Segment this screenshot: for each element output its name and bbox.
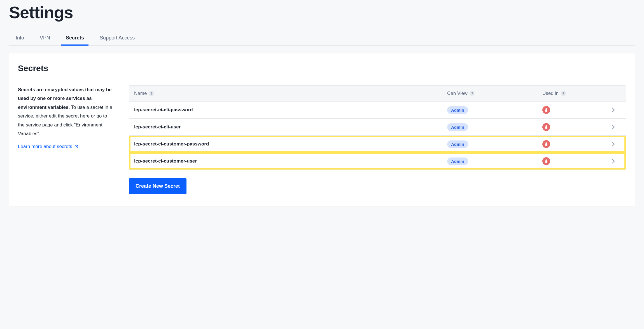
page-title: Settings	[9, 3, 635, 22]
chevron-right-icon	[610, 125, 615, 130]
svg-point-3	[545, 125, 547, 127]
table-header: Name ? Can View ? Used in ?	[129, 86, 626, 102]
secrets-sidebar: Secrets are encrypted values that may be…	[18, 85, 113, 149]
col-used-in-label: Used in	[542, 91, 559, 96]
tab-info[interactable]: Info	[15, 32, 25, 45]
svg-point-5	[545, 142, 547, 144]
chevron-right-icon	[610, 142, 615, 147]
svg-rect-4	[545, 127, 547, 129]
col-can-view: Can View ?	[447, 91, 542, 96]
table-row[interactable]: lcp-secret-ci-customer-password Admin	[129, 136, 626, 153]
can-view-badge: Admin	[447, 106, 468, 114]
ci-service-icon	[542, 157, 550, 165]
can-view-badge: Admin	[447, 158, 468, 165]
create-new-secret-button[interactable]: Create New Secret	[129, 178, 186, 194]
can-view-badge: Admin	[447, 140, 468, 148]
svg-line-0	[76, 145, 78, 147]
ci-service-icon	[542, 106, 550, 114]
tab-support-access[interactable]: Support Access	[99, 32, 136, 45]
secrets-panel: Secrets Secrets are encrypted values tha…	[9, 53, 635, 206]
external-link-icon	[74, 145, 78, 149]
section-title: Secrets	[18, 64, 626, 73]
secret-name: lcp-secret-ci-cli-password	[134, 107, 447, 113]
table-row[interactable]: lcp-secret-ci-cli-password Admin	[129, 102, 626, 119]
svg-rect-2	[545, 110, 547, 112]
learn-more-label: Learn more about secrets	[18, 144, 72, 149]
tab-vpn[interactable]: VPN	[39, 32, 51, 45]
ci-service-icon	[542, 140, 550, 148]
ci-service-icon	[542, 123, 550, 131]
svg-point-7	[545, 159, 547, 161]
col-name-label: Name	[134, 91, 147, 96]
secret-name: lcp-secret-ci-customer-user	[134, 158, 447, 164]
learn-more-link[interactable]: Learn more about secrets	[18, 144, 78, 149]
secrets-description: Secrets are encrypted values that may be…	[18, 85, 113, 138]
svg-rect-6	[545, 144, 547, 146]
col-name: Name ?	[134, 91, 447, 96]
help-icon[interactable]: ?	[470, 91, 475, 96]
can-view-badge: Admin	[447, 123, 468, 131]
tab-secrets[interactable]: Secrets	[65, 32, 85, 45]
col-can-view-label: Can View	[447, 91, 467, 96]
help-icon[interactable]: ?	[149, 91, 154, 96]
chevron-right-icon	[610, 159, 615, 164]
help-icon[interactable]: ?	[561, 91, 566, 96]
secret-name: lcp-secret-ci-cli-user	[134, 124, 447, 130]
table-row[interactable]: lcp-secret-ci-customer-user Admin	[129, 153, 626, 170]
col-used-in: Used in ?	[542, 91, 604, 96]
svg-point-1	[545, 108, 547, 110]
secrets-table: Name ? Can View ? Used in ?	[129, 85, 626, 170]
svg-rect-8	[545, 161, 547, 163]
secrets-table-container: Name ? Can View ? Used in ?	[129, 85, 626, 194]
tabs: Info VPN Secrets Support Access	[9, 32, 635, 46]
table-row[interactable]: lcp-secret-ci-cli-user Admin	[129, 119, 626, 136]
secret-name: lcp-secret-ci-customer-password	[134, 141, 447, 147]
chevron-right-icon	[610, 108, 615, 112]
